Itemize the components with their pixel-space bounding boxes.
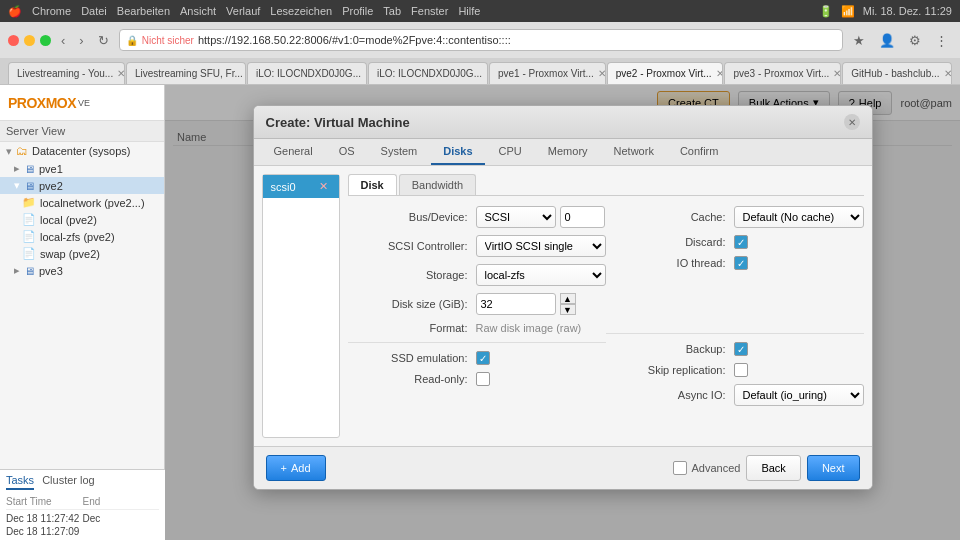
tab-close-0[interactable]: ✕ [117, 68, 125, 79]
tab-close-2[interactable]: ✕ [365, 68, 367, 79]
tasks-tab[interactable]: Tasks [6, 474, 34, 490]
traffic-lights[interactable] [8, 35, 51, 46]
tab-label-1: Livestreaming SFU, Fr... [135, 68, 243, 79]
extensions-button[interactable]: ⚙ [905, 31, 925, 50]
tab-close-3[interactable]: ✕ [486, 68, 488, 79]
storage-select[interactable]: local-zfs [476, 264, 606, 286]
tab-close-5[interactable]: ✕ [716, 68, 724, 79]
discard-checkbox[interactable] [734, 235, 748, 249]
menu-tab[interactable]: Tab [383, 5, 401, 17]
tab-close-7[interactable]: ✕ [944, 68, 952, 79]
browser-tab-7[interactable]: GitHub - bashclub... ✕ [842, 62, 952, 84]
backup-label: Backup: [606, 343, 726, 355]
menu-ansicht[interactable]: Ansicht [180, 5, 216, 17]
disk-size-down[interactable]: ▼ [560, 304, 576, 315]
cluster-log-tab[interactable]: Cluster log [42, 474, 95, 490]
bus-num-input[interactable] [560, 206, 605, 228]
dialog-tab-cpu[interactable]: CPU [487, 139, 534, 165]
browser-tab-6[interactable]: pve3 - Proxmox Virt... ✕ [724, 62, 841, 84]
task-row-0: Dec 18 11:27:42 Dec [6, 512, 159, 525]
pve2-label: pve2 [39, 180, 63, 192]
dialog-tab-system[interactable]: System [369, 139, 430, 165]
local-zfs-icon: 📄 [22, 230, 36, 243]
dialog-tab-disks[interactable]: Disks [431, 139, 484, 165]
sidebar-item-local-zfs[interactable]: 📄 local-zfs (pve2) [0, 228, 164, 245]
menu-bearbeiten[interactable]: Bearbeiten [117, 5, 170, 17]
dialog-tab-os[interactable]: OS [327, 139, 367, 165]
cache-select[interactable]: Default (No cache) [734, 206, 864, 228]
menu-verlauf[interactable]: Verlauf [226, 5, 260, 17]
forward-button[interactable]: › [75, 31, 87, 50]
sidebar-item-swap[interactable]: 📄 swap (pve2) [0, 245, 164, 262]
menu-button[interactable]: ⋮ [931, 31, 952, 50]
bus-select[interactable]: SCSI [476, 206, 556, 228]
sidebar-item-pve3[interactable]: ▸ 🖥 pve3 [0, 262, 164, 279]
browser-tab-1[interactable]: Livestreaming SFU, Fr... ✕ [126, 62, 246, 84]
not-secure-label: Nicht sicher [142, 35, 194, 46]
back-button-dialog[interactable]: Back [746, 455, 800, 481]
browser-tab-2[interactable]: iLO: ILOCNDXD0J0G... ✕ [247, 62, 367, 84]
advanced-checkbox[interactable] [673, 461, 687, 475]
scsi-controller-field: VirtIO SCSI single [476, 235, 606, 257]
ssd-emulation-checkbox[interactable] [476, 351, 490, 365]
bookmarks-button[interactable]: ★ [849, 31, 869, 50]
form-columns: Bus/Device: SCSI SCSI Con [348, 206, 864, 413]
browser-tab-4[interactable]: pve1 - Proxmox Virt... ✕ [489, 62, 606, 84]
scsi-controller-select[interactable]: VirtIO SCSI single [476, 235, 606, 257]
next-button-dialog[interactable]: Next [807, 455, 860, 481]
dialog-overlay: Create: Virtual Machine ✕ General OS Sys… [165, 85, 960, 540]
form-divider-2 [606, 333, 864, 334]
form-row-bus-device: Bus/Device: SCSI [348, 206, 606, 228]
mac-topbar: 🍎 Chrome Datei Bearbeiten Ansicht Verlau… [0, 0, 960, 22]
profile-button[interactable]: 👤 [875, 31, 899, 50]
skip-replication-checkbox[interactable] [734, 363, 748, 377]
sidebar-item-pve1[interactable]: ▸ 🖥 pve1 [0, 160, 164, 177]
menu-fenster[interactable]: Fenster [411, 5, 448, 17]
address-bar[interactable]: 🔒 Nicht sicher https://192.168.50.22:800… [119, 29, 843, 51]
async-io-field: Default (io_uring) [734, 384, 864, 406]
disk-list-item-scsi0[interactable]: scsi0 ✕ [263, 175, 339, 198]
disk-delete-button[interactable]: ✕ [316, 179, 331, 194]
io-thread-checkbox[interactable] [734, 256, 748, 270]
form-divider-1 [348, 342, 606, 343]
dialog-tab-general[interactable]: General [262, 139, 325, 165]
sidebar-item-localnetwork[interactable]: 📁 localnetwork (pve2...) [0, 194, 164, 211]
disk-size-spinner[interactable]: ▲ ▼ [560, 293, 576, 315]
tab-close-6[interactable]: ✕ [833, 68, 841, 79]
sidebar-item-pve2[interactable]: ▾ 🖥 pve2 [0, 177, 164, 194]
menu-profile[interactable]: Profile [342, 5, 373, 17]
bus-device-label: Bus/Device: [348, 211, 468, 223]
read-only-checkbox[interactable] [476, 372, 490, 386]
sidebar: PROXMOX VE Server View ▾ 🗂 Datacenter (s… [0, 85, 165, 540]
backup-checkbox[interactable] [734, 342, 748, 356]
tab-label-0: Livestreaming - You... [17, 68, 113, 79]
read-only-label: Read-only: [348, 373, 468, 385]
browser-tab-5[interactable]: pve2 - Proxmox Virt... ✕ [607, 62, 724, 84]
tab-close-4[interactable]: ✕ [598, 68, 606, 79]
menu-datei[interactable]: Datei [81, 5, 107, 17]
swap-label: swap (pve2) [40, 248, 100, 260]
menu-hilfe[interactable]: Hilfe [458, 5, 480, 17]
sub-tab-disk[interactable]: Disk [348, 174, 397, 195]
sidebar-item-local[interactable]: 📄 local (pve2) [0, 211, 164, 228]
reload-button[interactable]: ↻ [94, 31, 113, 50]
add-button[interactable]: + Add [266, 455, 326, 481]
fullscreen-button[interactable] [40, 35, 51, 46]
disk-size-input[interactable] [476, 293, 556, 315]
browser-toolbar: ‹ › ↻ 🔒 Nicht sicher https://192.168.50.… [0, 22, 960, 58]
dialog-tab-confirm[interactable]: Confirm [668, 139, 731, 165]
async-io-select[interactable]: Default (io_uring) [734, 384, 864, 406]
browser-tab-3[interactable]: iLO: ILOCNDXD0J0G... ✕ [368, 62, 488, 84]
sidebar-item-datacenter[interactable]: ▾ 🗂 Datacenter (sysops) [0, 142, 164, 160]
dialog-close-button[interactable]: ✕ [844, 114, 860, 130]
sub-tab-bandwidth[interactable]: Bandwidth [399, 174, 476, 195]
dialog-tab-memory[interactable]: Memory [536, 139, 600, 165]
back-button[interactable]: ‹ [57, 31, 69, 50]
close-window-button[interactable] [8, 35, 19, 46]
disk-size-up[interactable]: ▲ [560, 293, 576, 304]
menu-lesezeichen[interactable]: Lesezeichen [270, 5, 332, 17]
advanced-checkbox-row[interactable]: Advanced [673, 455, 740, 481]
browser-tab-0[interactable]: Livestreaming - You... ✕ [8, 62, 125, 84]
minimize-window-button[interactable] [24, 35, 35, 46]
dialog-tab-network[interactable]: Network [602, 139, 666, 165]
